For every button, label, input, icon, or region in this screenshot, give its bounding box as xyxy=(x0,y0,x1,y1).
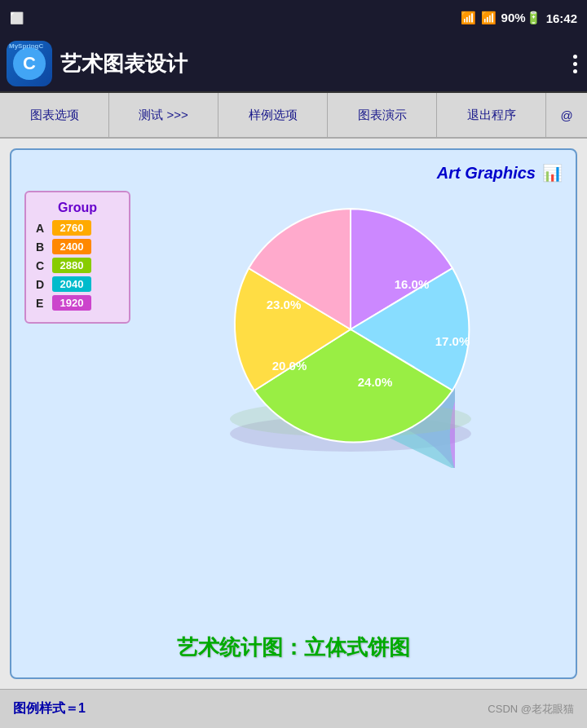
footer-right-text: CSDN @老花眼猫 xyxy=(488,702,574,717)
main-content: Art Graphics 📊 Group A 2760 B 2400 C 288… xyxy=(0,139,587,689)
title-bar: MySpringC C 艺术图表设计 xyxy=(0,36,587,93)
nav-bar: 图表选项 测试 >>> 样例选项 图表演示 退出程序 @ xyxy=(0,93,587,139)
dot3 xyxy=(573,69,577,73)
footer-left-text: 图例样式＝1 xyxy=(13,700,86,717)
legend-item-e: E 1920 xyxy=(36,295,119,311)
label-b: 17.0% xyxy=(435,334,470,348)
label-d: 20.0% xyxy=(272,359,307,373)
nav-test[interactable]: 测试 >>> xyxy=(109,93,218,137)
app-letter: C xyxy=(13,47,46,80)
nav-chart-demo[interactable]: 图表演示 xyxy=(328,93,437,137)
label-e: 23.0% xyxy=(267,298,302,311)
nav-at[interactable]: @ xyxy=(546,93,587,137)
chart-area: Group A 2760 B 2400 C 2880 D 2040 xyxy=(24,191,563,627)
legend-item-c: C 2880 xyxy=(36,258,119,273)
nav-exit[interactable]: 退出程序 xyxy=(437,93,546,137)
app-label: MySpringC xyxy=(9,42,43,50)
pie-container: 16.0% 17.0% 24.0% 20.0% 23.0% xyxy=(139,191,563,468)
wifi-icon: 📶 xyxy=(461,11,476,25)
legend-item-a: A 2760 xyxy=(36,220,119,236)
footer: 图例样式＝1 CSDN @老花眼猫 xyxy=(0,689,587,728)
chart-bottom-text: 艺术统计图：立体式饼图 xyxy=(24,633,563,662)
label-c: 24.0% xyxy=(358,375,393,389)
bar-chart-icon: 📊 xyxy=(542,163,563,183)
pie-chart-svg: 16.0% 17.0% 24.0% 20.0% 23.0% xyxy=(196,191,505,468)
screen-icon: ⬜ xyxy=(10,11,24,24)
legend-item-d: D 2040 xyxy=(36,276,119,292)
status-right: 📶 📶 90%🔋 16:42 xyxy=(461,11,577,25)
chart-title: Art Graphics xyxy=(437,164,536,183)
status-bar: ⬜ 📶 📶 90%🔋 16:42 xyxy=(0,0,587,36)
time-text: 16:42 xyxy=(546,11,577,25)
legend: Group A 2760 B 2400 C 2880 D 2040 xyxy=(24,191,130,324)
label-a: 16.0% xyxy=(395,277,430,291)
signal-icon: 📶 xyxy=(481,11,497,25)
battery-text: 90%🔋 xyxy=(501,11,541,25)
title-left: MySpringC C 艺术图表设计 xyxy=(7,41,188,86)
nav-sample-options[interactable]: 样例选项 xyxy=(218,93,328,137)
dot1 xyxy=(573,55,577,59)
app-icon: MySpringC C xyxy=(7,41,52,86)
chart-card: Art Graphics 📊 Group A 2760 B 2400 C 288… xyxy=(10,148,577,679)
status-left: ⬜ xyxy=(10,11,24,24)
nav-chart-options[interactable]: 图表选项 xyxy=(0,93,109,137)
app-title: 艺术图表设计 xyxy=(60,50,188,78)
legend-item-b: B 2400 xyxy=(36,239,119,254)
dot2 xyxy=(573,62,577,66)
legend-title: Group xyxy=(36,201,119,215)
menu-button[interactable] xyxy=(573,55,577,73)
chart-title-row: Art Graphics 📊 xyxy=(24,163,563,183)
